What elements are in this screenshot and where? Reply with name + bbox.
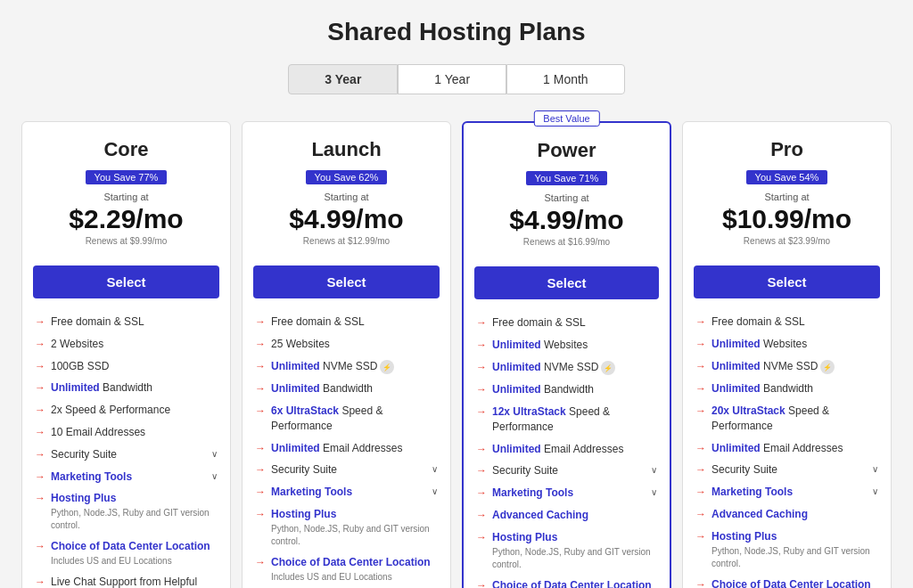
feature-item-core-5: →10 Email Addresses — [35, 421, 218, 444]
price-pro: $10.99/mo — [697, 204, 876, 234]
highlight-text: 20x UltraStack — [711, 404, 786, 417]
feature-item-launch-6[interactable]: →Security Suite∨ — [255, 459, 438, 481]
feature-item-core-1: →2 Websites — [35, 333, 218, 355]
highlight-text: Marketing Tools — [271, 486, 352, 498]
billing-tab-1-month[interactable]: 1 Month — [506, 64, 625, 94]
highlight-text: Unlimited — [492, 443, 541, 455]
feature-item-power-7[interactable]: →Marketing Tools∨ — [476, 482, 657, 504]
feature-text: Free domain & SSL — [271, 314, 438, 330]
feature-text: 100GB SSD — [51, 359, 218, 374]
starting-at-launch: Starting at — [257, 192, 436, 202]
plan-name-launch: Launch — [257, 138, 436, 161]
arrow-icon: → — [695, 360, 706, 372]
highlight-text: Hosting Plus — [711, 530, 777, 543]
feature-text: Choice of Data Center LocationIncludes U… — [51, 539, 218, 568]
select-button-power[interactable]: Select — [474, 266, 659, 299]
savings-badge-core: You Save 77% — [86, 170, 168, 184]
feature-text: Choice of Data Center Location — [711, 577, 878, 588]
arrow-icon: → — [255, 463, 266, 476]
feature-text: Free domain & SSL — [711, 314, 878, 330]
feature-item-launch-5: →Unlimited Email Addresses — [255, 437, 438, 460]
feature-sub-text: Python, Node.JS, Ruby and GIT version co… — [711, 545, 878, 570]
feature-item-pro-3: →Unlimited Bandwidth — [695, 378, 878, 400]
select-button-launch[interactable]: Select — [253, 265, 440, 298]
feature-item-core-6[interactable]: →Security Suite∨ — [35, 444, 218, 466]
feature-text: Hosting PlusPython, Node.JS, Ruby and GI… — [51, 491, 218, 532]
billing-tab-1-year[interactable]: 1 Year — [398, 64, 506, 94]
feature-item-core-0: →Free domain & SSL — [35, 311, 218, 333]
feature-item-power-5: →Unlimited Email Addresses — [476, 438, 657, 461]
highlight-text: Unlimited — [271, 442, 320, 454]
feature-item-launch-7[interactable]: →Marketing Tools∨ — [255, 481, 438, 503]
feature-text: Live Chat Support from Helpful Humans — [51, 575, 218, 588]
plan-card-launch: LaunchYou Save 62%Starting at$4.99/moRen… — [242, 121, 451, 588]
highlight-text: Unlimited — [711, 382, 761, 395]
feature-text: Unlimited NVMe SSD⚡ — [492, 360, 657, 376]
feature-item-pro-7[interactable]: →Marketing Tools∨ — [695, 481, 878, 503]
highlight-text: Advanced Caching — [492, 509, 588, 521]
feature-text: Choice of Data Center LocationIncludes U… — [271, 555, 438, 584]
feature-item-core-7[interactable]: →Marketing Tools∨ — [35, 466, 218, 488]
highlight-text: Unlimited — [492, 361, 541, 373]
feature-text: Marketing Tools — [492, 486, 646, 501]
arrow-icon: → — [255, 404, 266, 417]
select-button-pro[interactable]: Select — [694, 265, 880, 298]
arrow-icon: → — [695, 338, 706, 350]
arrow-icon: → — [35, 426, 45, 438]
arrow-icon: → — [695, 530, 706, 543]
feature-item-launch-1: →25 Websites — [255, 333, 438, 355]
billing-tab-3-year[interactable]: 3 Year — [288, 64, 398, 94]
plan-header-pro: ProYou Save 54%Starting at$10.99/moRenew… — [683, 122, 891, 257]
arrow-icon: → — [476, 316, 487, 329]
feature-item-pro-1: →Unlimited Websites — [695, 333, 878, 355]
select-button-core[interactable]: Select — [33, 265, 219, 298]
features-list-power: →Free domain & SSL→Unlimited Websites→Un… — [464, 312, 670, 588]
features-list-core: →Free domain & SSL→2 Websites→100GB SSD→… — [22, 311, 230, 588]
feature-text: Unlimited Websites — [711, 337, 878, 352]
feature-item-pro-2: →Unlimited NVMe SSD⚡ — [695, 355, 878, 379]
feature-item-power-3: →Unlimited Bandwidth — [476, 379, 657, 401]
feature-item-pro-6[interactable]: →Security Suite∨ — [695, 459, 878, 481]
speed-icon: ⚡ — [380, 360, 394, 374]
arrow-icon: → — [255, 360, 266, 372]
feature-text: Unlimited Bandwidth — [492, 382, 657, 397]
feature-item-power-6[interactable]: →Security Suite∨ — [476, 460, 657, 482]
plan-card-power: Best ValuePowerYou Save 71%Starting at$4… — [462, 121, 671, 588]
plan-card-core: CoreYou Save 77%Starting at$2.29/moRenew… — [21, 121, 231, 588]
feature-text: Advanced Caching — [492, 508, 657, 523]
arrow-icon: → — [695, 578, 706, 588]
best-value-badge: Best Value — [533, 110, 599, 127]
chevron-down-icon: ∨ — [651, 487, 657, 497]
starting-at-pro: Starting at — [697, 192, 876, 202]
feature-text: Free domain & SSL — [51, 314, 218, 330]
price-power: $4.99/mo — [478, 205, 655, 235]
feature-text: Advanced Caching — [711, 507, 878, 522]
feature-text: Choice of Data Center Location — [492, 578, 657, 588]
arrow-icon: → — [35, 492, 45, 504]
plan-name-power: Power — [478, 139, 655, 162]
features-list-launch: →Free domain & SSL→25 Websites→Unlimited… — [243, 311, 450, 587]
highlight-text: Unlimited — [271, 360, 320, 372]
feature-text: Marketing Tools — [711, 485, 867, 500]
feature-item-launch-2: →Unlimited NVMe SSD⚡ — [255, 355, 438, 379]
arrow-icon: → — [476, 405, 487, 418]
feature-text: Security Suite — [271, 462, 426, 478]
feature-item-core-4: →2x Speed & Performance — [35, 399, 218, 421]
highlight-text: Advanced Caching — [711, 508, 808, 520]
arrow-icon: → — [476, 509, 487, 521]
arrow-icon: → — [695, 315, 706, 328]
feature-text: 6x UltraStack Speed & Performance — [271, 404, 438, 434]
arrow-icon: → — [695, 442, 706, 454]
feature-text: Marketing Tools — [51, 470, 206, 485]
starting-at-core: Starting at — [37, 192, 216, 202]
highlight-text: Choice of Data Center Location — [271, 556, 431, 568]
arrow-icon: → — [35, 360, 45, 372]
billing-tabs: 3 Year1 Year1 Month — [18, 64, 895, 94]
feature-text: Security Suite — [492, 463, 646, 478]
price-launch: $4.99/mo — [257, 204, 436, 234]
feature-item-power-9: →Hosting PlusPython, Node.JS, Ruby and G… — [476, 527, 657, 575]
highlight-text: Hosting Plus — [271, 508, 336, 520]
feature-text: Hosting PlusPython, Node.JS, Ruby and GI… — [711, 529, 878, 570]
arrow-icon: → — [255, 508, 266, 520]
highlight-text: Choice of Data Center Location — [492, 579, 652, 588]
